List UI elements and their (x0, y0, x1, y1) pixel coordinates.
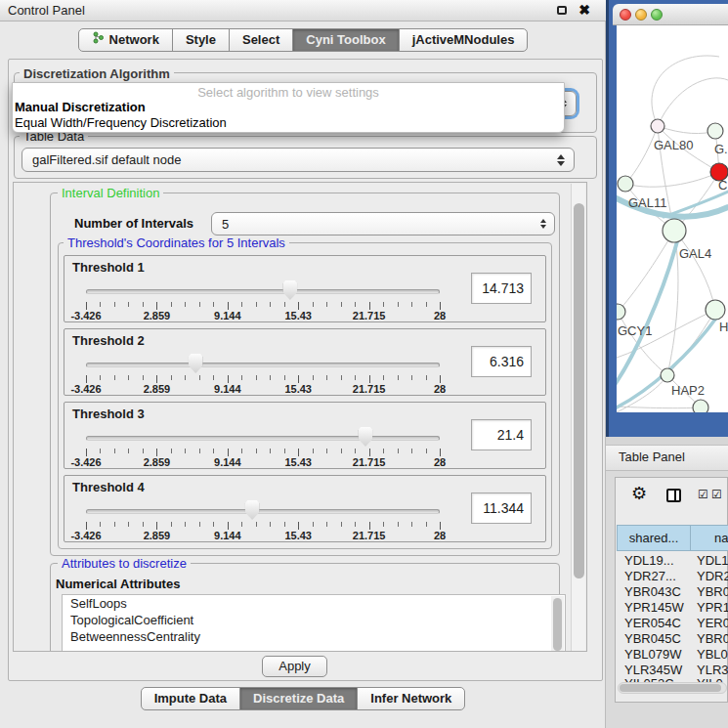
node-gal4 (663, 219, 686, 242)
tab-select[interactable]: Select (229, 28, 293, 52)
tab-infer-network[interactable]: Infer Network (357, 687, 465, 710)
node-label: GCY1 (618, 323, 652, 338)
close-icon[interactable]: ✖ (578, 2, 590, 18)
threshold-1-value-field[interactable]: 14.713 (471, 273, 532, 304)
combo-arrows-icon (557, 154, 565, 166)
table-horizontal-scrollbar[interactable] (618, 682, 727, 694)
tab-style[interactable]: Style (172, 28, 230, 52)
slider-thumb[interactable] (282, 280, 297, 300)
tab-discretize-data[interactable]: Discretize Data (239, 687, 358, 710)
list-item[interactable]: SelfLoops (63, 595, 565, 612)
tick-label: 2.859 (144, 456, 171, 468)
tab-network-label: Network (109, 29, 159, 51)
tab-network[interactable]: Network (78, 28, 173, 52)
tab-cyni-toolbox[interactable]: Cyni Toolbox (292, 28, 399, 52)
checkbox-icon[interactable]: ☑ (711, 488, 722, 501)
table-row[interactable]: YBR045CYBR0 (617, 631, 728, 647)
threshold-4-value-field[interactable]: 11.344 (471, 492, 532, 524)
pane-vertical-scrollbar[interactable] (571, 184, 585, 652)
threshold-3-label: Threshold 3 (72, 407, 145, 421)
slider-thumb[interactable] (358, 427, 372, 447)
table-panel-title: Table Panel (619, 450, 685, 464)
tick-label: 28 (434, 310, 446, 321)
dropdown-option-manual[interactable]: Manual Discretization (13, 100, 564, 115)
split-columns-icon[interactable] (666, 489, 681, 502)
number-of-intervals-label: Number of Intervals (74, 216, 193, 231)
zoom-traffic-light-icon[interactable] (651, 9, 663, 21)
table-row[interactable]: YBL079WYBL0 (617, 647, 728, 663)
thresholds-group-title: Threshold's Coordinates for 5 Intervals (64, 236, 289, 250)
table-row[interactable]: YDL19...YDL1 (617, 553, 728, 569)
dropdown-option-equal-width[interactable]: Equal Width/Frequency Discretization (13, 115, 564, 131)
tab-impute-data[interactable]: Impute Data (141, 687, 240, 710)
number-of-intervals-spinner[interactable]: 5 (211, 212, 555, 236)
node-top-right (707, 123, 723, 139)
settings-gear-icon[interactable]: ⚙ (631, 485, 647, 502)
node-label: GAL11 (628, 195, 667, 210)
bottom-tab-bar: Impute Data Discretize Data Infer Networ… (0, 687, 606, 710)
node-label: G. (714, 142, 728, 156)
threshold-3-value-field[interactable]: 21.4 (471, 419, 532, 450)
list-scrollbar[interactable] (551, 596, 564, 651)
tick-label: 9.144 (214, 530, 241, 541)
close-traffic-light-icon[interactable] (620, 9, 631, 21)
table-row[interactable]: YPR145WYPR1 (617, 600, 728, 616)
threshold-4-panel: Threshold 4 -3.426 2.859 9.144 15.43 21.… (64, 475, 546, 542)
slider-track[interactable] (86, 289, 440, 294)
table-row[interactable]: YBR043CYBR0 (617, 584, 728, 600)
table-row[interactable]: YDR27...YDR2 (617, 569, 728, 584)
table-data-combobox[interactable]: galFiltered.sif default node (21, 148, 575, 172)
threshold-2-value-field[interactable]: 6.316 (471, 346, 532, 377)
algorithm-dropdown-popup: Select algorithm to view settings Manual… (12, 82, 565, 133)
float-window-icon[interactable] (557, 6, 567, 15)
slider-track[interactable] (86, 363, 440, 367)
threshold-1-slider[interactable]: -3.426 2.859 9.144 15.43 21.715 28 (86, 278, 440, 321)
tick-label: 15.43 (284, 530, 312, 541)
threshold-3-slider[interactable]: -3.426 2.859 9.144 15.43 21.715 28 (86, 424, 440, 467)
slider-minor-ticks (86, 449, 440, 453)
tick-label: 28 (434, 383, 446, 395)
tick-label: 15.43 (284, 456, 312, 468)
tick-label: 9.144 (214, 456, 241, 468)
node-table[interactable]: shared... na YDL19...YDL1 YDR27...YDR2 Y… (617, 525, 728, 684)
slider-track[interactable] (86, 436, 440, 441)
apply-button[interactable]: Apply (262, 656, 327, 677)
tick-label: 21.715 (353, 456, 386, 468)
table-row[interactable]: YER054CYER0 (617, 616, 728, 631)
list-item[interactable]: BetweennessCentrality (63, 628, 565, 645)
network-window-titlebar (613, 4, 728, 25)
threshold-1-panel: Threshold 1 -3.426 2.859 9.144 15.43 21.… (64, 255, 546, 322)
attributes-group-title: Attributes to discretize (58, 556, 191, 571)
scrollbar-thumb[interactable] (620, 684, 721, 692)
column-header-shared-name[interactable]: shared... (617, 525, 691, 551)
tick-label: -3.426 (70, 530, 101, 541)
dropdown-hint: Select algorithm to view settings (13, 85, 564, 100)
minimize-traffic-light-icon[interactable] (635, 9, 647, 21)
table-data-combobox-value: galFiltered.sif default node (32, 152, 181, 167)
slider-track[interactable] (86, 509, 440, 514)
tick-label: -3.426 (70, 310, 101, 321)
node-right-mid (706, 300, 725, 320)
column-header-name[interactable]: na (691, 525, 728, 551)
list-item[interactable]: TopologicalCoefficient (63, 612, 565, 628)
threshold-3-panel: Threshold 3 -3.426 2.859 9.144 15.43 21.… (64, 402, 546, 469)
tab-jactivemnodules[interactable]: jActiveMNodules (399, 28, 529, 52)
numerical-attributes-list[interactable]: SelfLoops TopologicalCoefficient Between… (62, 594, 566, 652)
node-bottom (693, 400, 708, 412)
tick-label: 15.43 (284, 383, 312, 395)
node-label: GAL4 (679, 246, 711, 261)
slider-minor-ticks (86, 302, 440, 307)
tick-label: 15.43 (284, 310, 312, 321)
threshold-2-slider[interactable]: -3.426 2.859 9.144 15.43 21.715 28 (86, 351, 440, 394)
slider-thumb[interactable] (245, 500, 260, 520)
tick-label: -3.426 (70, 456, 101, 468)
network-canvas[interactable]: GAL80 G. C GAL11 GAL4 GCY1 H HAP2 (617, 25, 728, 412)
checkbox-icon[interactable]: ☑ (698, 488, 708, 501)
slider-thumb[interactable] (189, 354, 203, 373)
threshold-4-slider[interactable]: -3.426 2.859 9.144 15.43 21.715 28 (86, 497, 440, 540)
tick-label: 2.859 (144, 383, 171, 395)
scrollbar-thumb[interactable] (574, 203, 584, 578)
network-icon (92, 29, 105, 51)
settings-scrollpane: Interval Definition Number of Intervals … (13, 182, 587, 652)
tick-label: 28 (434, 530, 446, 541)
